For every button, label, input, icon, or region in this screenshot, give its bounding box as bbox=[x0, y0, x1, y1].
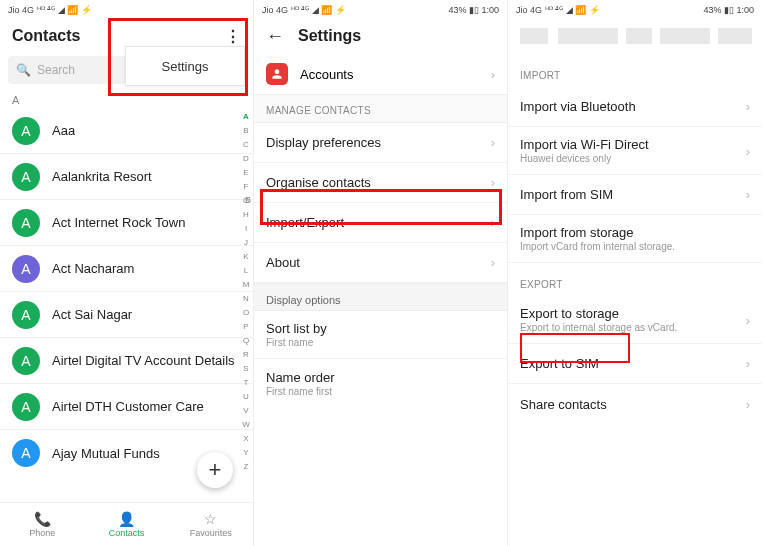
accounts-row[interactable]: Accounts › bbox=[254, 54, 507, 94]
sort-by-row[interactable]: Sort list by First name bbox=[254, 311, 507, 359]
share-contacts-label: Share contacts bbox=[520, 397, 607, 412]
index-letter[interactable]: P bbox=[241, 320, 251, 334]
index-letter[interactable]: A bbox=[241, 110, 251, 124]
index-letter[interactable]: N bbox=[241, 292, 251, 306]
share-contacts-row[interactable]: Share contacts › bbox=[508, 384, 762, 424]
contact-row[interactable]: AAct Sai Nagar bbox=[0, 292, 253, 338]
display-preferences-row[interactable]: Display preferences › bbox=[254, 123, 507, 163]
contact-row[interactable]: AAct Nacharam bbox=[0, 246, 253, 292]
contact-row[interactable]: AAct Internet Rock Town bbox=[0, 200, 253, 246]
import-export-label: Import/Export bbox=[266, 215, 344, 230]
name-order-row[interactable]: Name order First name first bbox=[254, 359, 507, 407]
index-letter[interactable]: Y bbox=[241, 446, 251, 460]
chevron-right-icon: › bbox=[746, 356, 750, 371]
contact-row[interactable]: AAirtel Digital TV Account Details bbox=[0, 338, 253, 384]
index-letter[interactable]: I bbox=[241, 222, 251, 236]
nav-favourites-label: Favourites bbox=[190, 528, 232, 538]
header: ← Settings bbox=[254, 18, 507, 54]
index-letter[interactable]: E bbox=[241, 166, 251, 180]
chevron-right-icon: › bbox=[746, 397, 750, 412]
sort-by-label: Sort list by bbox=[266, 321, 327, 336]
star-icon: ☆ bbox=[204, 511, 217, 527]
status-left: Jio 4G ᴴᴰ ⁴ᴳ ◢ 📶 ⚡ bbox=[516, 5, 600, 15]
search-placeholder: Search bbox=[37, 63, 75, 77]
index-letter[interactable]: D bbox=[241, 152, 251, 166]
contact-row[interactable]: AAalankrita Resort bbox=[0, 154, 253, 200]
index-letter[interactable]: C bbox=[241, 138, 251, 152]
index-letter[interactable]: V bbox=[241, 404, 251, 418]
import-sim-row[interactable]: Import from SIM › bbox=[508, 175, 762, 215]
import-bluetooth-row[interactable]: Import via Bluetooth › bbox=[508, 87, 762, 127]
index-letter[interactable]: H bbox=[241, 208, 251, 222]
avatar: A bbox=[12, 439, 40, 467]
contact-name: Act Nacharam bbox=[52, 261, 134, 276]
accounts-label: Accounts bbox=[300, 67, 353, 82]
organise-contacts-row[interactable]: Organise contacts › bbox=[254, 163, 507, 203]
index-letter[interactable]: R bbox=[241, 348, 251, 362]
export-sim-row[interactable]: Export to SIM › bbox=[508, 344, 762, 384]
search-icon: 🔍 bbox=[16, 63, 31, 77]
contact-row[interactable]: AAaa bbox=[0, 108, 253, 154]
bottom-nav: 📞 Phone 👤 Contacts ☆ Favourites bbox=[0, 502, 253, 546]
index-letter[interactable]: W bbox=[241, 418, 251, 432]
contact-name: Airtel Digital TV Account Details bbox=[52, 353, 235, 368]
nav-favourites[interactable]: ☆ Favourites bbox=[169, 503, 253, 546]
contacts-list: AAaaAAalankrita ResortAAct Internet Rock… bbox=[0, 108, 253, 476]
add-contact-fab[interactable]: + bbox=[197, 452, 233, 488]
contact-name: Aaa bbox=[52, 123, 75, 138]
nav-phone[interactable]: 📞 Phone bbox=[0, 503, 84, 546]
index-letter[interactable]: X bbox=[241, 432, 251, 446]
avatar: A bbox=[12, 163, 40, 191]
status-right: 43% ▮▯ 1:00 bbox=[448, 5, 499, 15]
alpha-index[interactable]: ABCDEFGHIJKLMNOPQRSTUVWXYZ bbox=[241, 110, 251, 474]
status-bar: Jio 4G ᴴᴰ ⁴ᴳ ◢ 📶 ⚡ bbox=[0, 0, 253, 18]
blurred-header bbox=[508, 18, 762, 54]
import-storage-sub: Import vCard from internal storage. bbox=[520, 241, 675, 252]
nav-phone-label: Phone bbox=[29, 528, 55, 538]
index-letter[interactable]: F bbox=[241, 180, 251, 194]
index-letter[interactable]: T bbox=[241, 376, 251, 390]
about-row[interactable]: About › bbox=[254, 243, 507, 283]
phone-import-export: Jio 4G ᴴᴰ ⁴ᴳ ◢ 📶 ⚡ 43% ▮▯ 1:00 IMPORT Im… bbox=[508, 0, 762, 546]
name-order-label: Name order bbox=[266, 370, 335, 385]
display-options-header: Display options bbox=[254, 283, 507, 311]
nav-contacts[interactable]: 👤 Contacts bbox=[84, 503, 168, 546]
index-letter[interactable]: L bbox=[241, 264, 251, 278]
import-section-header: IMPORT bbox=[508, 54, 762, 87]
import-wifi-sub: Huawei devices only bbox=[520, 153, 611, 164]
index-letter[interactable]: U bbox=[241, 390, 251, 404]
export-storage-row[interactable]: Export to storage Export to internal sto… bbox=[508, 296, 762, 344]
import-export-row[interactable]: Import/Export › bbox=[254, 203, 507, 243]
import-storage-row[interactable]: Import from storage Import vCard from in… bbox=[508, 215, 762, 263]
chevron-right-icon: › bbox=[746, 312, 750, 327]
status-left: Jio 4G ᴴᴰ ⁴ᴳ ◢ 📶 ⚡ bbox=[8, 5, 92, 15]
contact-row[interactable]: AAirtel DTH Customer Care bbox=[0, 384, 253, 430]
avatar: A bbox=[12, 117, 40, 145]
chevron-right-icon: › bbox=[491, 215, 495, 230]
chevron-right-icon: › bbox=[491, 67, 495, 82]
import-wifi-row[interactable]: Import via Wi-Fi Direct Huawei devices o… bbox=[508, 127, 762, 175]
settings-menu-item[interactable]: Settings bbox=[125, 46, 245, 86]
accounts-icon bbox=[266, 63, 288, 85]
index-letter[interactable]: Z bbox=[241, 460, 251, 474]
contacts-icon: 👤 bbox=[118, 511, 135, 527]
more-icon[interactable]: ⋮ bbox=[225, 27, 241, 46]
index-letter[interactable]: M bbox=[241, 278, 251, 292]
avatar: A bbox=[12, 255, 40, 283]
status-right: 43% ▮▯ 1:00 bbox=[703, 5, 754, 15]
index-letter[interactable]: O bbox=[241, 306, 251, 320]
contact-name: Ajay Mutual Funds bbox=[52, 446, 160, 461]
contact-name: Airtel DTH Customer Care bbox=[52, 399, 204, 414]
index-letter[interactable]: J bbox=[241, 236, 251, 250]
index-letter[interactable]: K bbox=[241, 250, 251, 264]
index-letter[interactable]: S bbox=[241, 362, 251, 376]
back-icon[interactable]: ← bbox=[266, 26, 284, 47]
avatar: A bbox=[12, 209, 40, 237]
chevron-right-icon: › bbox=[491, 255, 495, 270]
index-letter[interactable]: B bbox=[241, 124, 251, 138]
section-letter: A bbox=[0, 90, 253, 108]
chevron-right-icon: › bbox=[491, 175, 495, 190]
index-letter[interactable]: Q bbox=[241, 334, 251, 348]
phone-icon: 📞 bbox=[34, 511, 51, 527]
export-storage-sub: Export to internal storage as vCard. bbox=[520, 322, 677, 333]
